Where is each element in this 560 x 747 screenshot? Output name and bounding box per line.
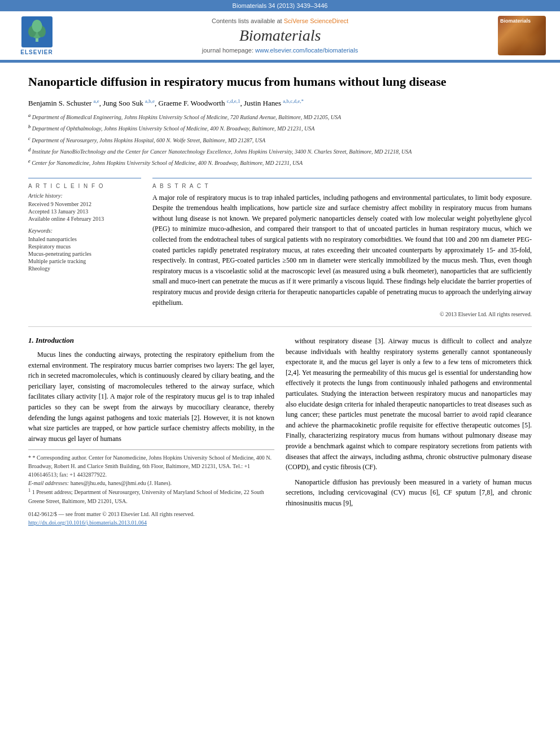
keyword-4: Multiple particle tracking	[28, 258, 141, 264]
history-received: Received 9 November 2012	[28, 201, 141, 207]
journal-header: ELSEVIER Contents lists available at Sci…	[0, 11, 560, 61]
sciverse-link: Contents lists available at SciVerse Sci…	[62, 18, 498, 24]
affiliation-d: d Institute for NanoBioTechnology and th…	[28, 147, 532, 156]
footnote-email: E-mail addresses: hanes@jhu.edu, hanes@j…	[28, 479, 274, 487]
keyword-3: Mucus-penetrating particles	[28, 251, 141, 257]
authors-text: Benjamin S. Schuster a,e, Jung Soo Suk a…	[28, 99, 304, 107]
copyright-text: © 2013 Elsevier Ltd. All rights reserved…	[152, 311, 532, 317]
intro-left-paragraph: Mucus lines the conducting airways, prot…	[28, 350, 274, 444]
article-content: Nanoparticle diffusion in respiratory mu…	[0, 63, 560, 538]
article-info-abstract: A R T I C L E I N F O Article history: R…	[28, 178, 532, 318]
history-online: Available online 4 February 2013	[28, 216, 141, 222]
article-info-col: A R T I C L E I N F O Article history: R…	[28, 178, 141, 318]
footnote-present: 1 1 Present address; Department of Neuro…	[28, 487, 274, 505]
abstract-text: A major role of respiratory mucus is to …	[152, 193, 532, 308]
abstract-col: A B S T R A C T A major role of respirat…	[152, 178, 532, 318]
affiliation-a: a Department of Biomedical Engineering, …	[28, 112, 532, 121]
sciverse-link-text[interactable]: SciVerse ScienceDirect	[284, 18, 348, 24]
authors-line: Benjamin S. Schuster a,e, Jung Soo Suk a…	[28, 98, 532, 108]
keyword-2: Respiratory mucus	[28, 243, 141, 250]
biomaterials-logo-box: Biomaterials	[498, 16, 549, 55]
introduction-section: 1. Introduction Mucus lines the conducti…	[28, 336, 532, 527]
affiliation-c: c Department of Neurosurgery, Johns Hopk…	[28, 136, 532, 145]
section-divider	[28, 326, 532, 327]
bottom-meta: 0142-9612/$ — see front matter © 2013 El…	[28, 510, 274, 527]
affiliation-b: b Department of Ophthalmology, Johns Hop…	[28, 124, 532, 133]
journal-title: Biomaterials	[62, 27, 498, 45]
journal-center: Contents lists available at SciVerse Sci…	[62, 18, 498, 54]
keyword-5: Rheology	[28, 265, 141, 272]
article-title: Nanoparticle diffusion in respiratory mu…	[28, 74, 532, 90]
intro-right-paragraph-2: Nanoparticle diffusion has previously be…	[286, 477, 532, 509]
intro-right-paragraph-1: without respiratory disease [3]. Airway …	[286, 336, 532, 473]
intro-right-text: without respiratory disease [3]. Airway …	[286, 336, 532, 509]
journal-citation-text: Biomaterials 34 (2013) 3439–3446	[233, 2, 328, 9]
elsevier-tree-icon	[21, 16, 53, 47]
doi-link[interactable]: http://dx.doi.org/10.1016/j.biomaterials…	[28, 519, 147, 526]
history-label: Article history:	[28, 193, 141, 199]
intro-left-text: Mucus lines the conducting airways, prot…	[28, 350, 274, 444]
footnote-section: * * Corresponding author. Center for Nan…	[28, 449, 274, 505]
intro-right-col: without respiratory disease [3]. Airway …	[286, 336, 532, 527]
intro-left-col: 1. Introduction Mucus lines the conducti…	[28, 336, 274, 527]
footnote-corresponding: * * Corresponding author. Center for Nan…	[28, 453, 274, 479]
journal-homepage: journal homepage: www.elsevier.com/locat…	[62, 47, 498, 54]
issn-text: 0142-9612/$ — see front matter © 2013 El…	[28, 510, 274, 518]
footnote-emails: hanes@jhu.edu, hanes@jhmi.edu (J. Hanes)…	[71, 480, 172, 486]
journal-citation-bar: Biomaterials 34 (2013) 3439–3446	[0, 0, 560, 11]
intro-section-title: 1. Introduction	[28, 336, 274, 345]
keyword-1: Inhaled nanoparticles	[28, 236, 141, 242]
svg-point-4	[32, 20, 42, 32]
biomaterials-logo: Biomaterials	[498, 16, 546, 55]
affiliations: a Department of Biomedical Engineering, …	[28, 112, 532, 168]
biomaterials-logo-text: Biomaterials	[500, 18, 531, 24]
affiliation-e: e Center for Nanomedicine, Johns Hopkins…	[28, 158, 532, 167]
keywords-label: Keywords:	[28, 228, 141, 234]
doi-text: http://dx.doi.org/10.1016/j.biomaterials…	[28, 518, 274, 527]
elsevier-label: ELSEVIER	[20, 49, 53, 55]
elsevier-logo: ELSEVIER	[11, 16, 62, 55]
abstract-label: A B S T R A C T	[152, 183, 532, 189]
history-accepted: Accepted 13 January 2013	[28, 208, 141, 215]
homepage-link[interactable]: www.elsevier.com/locate/biomaterials	[255, 47, 358, 54]
article-info-label: A R T I C L E I N F O	[28, 183, 141, 189]
